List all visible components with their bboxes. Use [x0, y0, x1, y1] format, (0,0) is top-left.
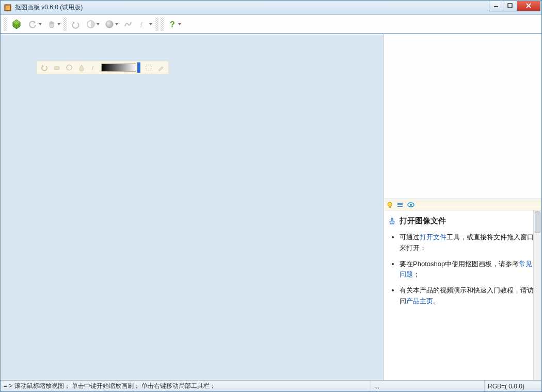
chevron-down-icon	[57, 23, 60, 25]
undo-icon	[71, 20, 80, 29]
toolbar-grip[interactable]	[4, 18, 7, 31]
gradient-handle[interactable]	[137, 62, 140, 73]
help-item: 有关本产品的视频演示和快速入门教程，请访问产品主页。	[400, 285, 536, 307]
help-button[interactable]: ?	[165, 18, 183, 31]
local-undo-button[interactable]	[39, 62, 50, 73]
toolbar-grip[interactable]	[161, 18, 164, 31]
local-fx-button[interactable]: ƒ	[88, 62, 100, 73]
svg-rect-3	[508, 4, 512, 8]
local-eraser-button[interactable]	[51, 62, 62, 73]
fx-button[interactable]: ƒ	[136, 18, 154, 31]
local-toolbar[interactable]: ƒ	[37, 61, 169, 74]
svg-text:?: ?	[170, 20, 175, 29]
local-crop-button[interactable]	[143, 62, 154, 73]
window-title: 抠图画板 v0.6.0 (试用版)	[15, 3, 489, 12]
hand-tool-button[interactable]	[44, 18, 62, 31]
fx-icon: ƒ	[139, 20, 148, 29]
maximize-button[interactable]	[503, 1, 517, 11]
chevron-down-icon	[178, 23, 181, 25]
help-item: 要在Photoshop中使用抠图画板，请参考常见问题；	[400, 259, 536, 281]
svg-marker-9	[73, 21, 75, 24]
svg-point-11	[106, 21, 113, 28]
wave-icon	[123, 20, 133, 29]
eye-icon[interactable]	[407, 201, 415, 208]
local-circle-button[interactable]	[63, 62, 75, 73]
svg-marker-14	[42, 65, 44, 68]
pointing-hand-icon	[388, 216, 397, 225]
canvas-border	[1, 34, 384, 380]
help-item: 可通过打开文件工具，或直接将文件拖入窗口来打开；	[400, 232, 536, 254]
list-icon[interactable]	[396, 201, 404, 208]
undo2-button[interactable]	[68, 18, 83, 31]
local-drop-button[interactable]	[76, 62, 87, 73]
chevron-down-icon	[97, 23, 100, 25]
help-scrollbar[interactable]	[533, 210, 541, 380]
toolbar-grip[interactable]	[155, 18, 158, 31]
main-toolbar: ƒ ?	[1, 15, 541, 34]
window-buttons	[489, 1, 540, 11]
statusbar: = > 滚动鼠标缩放视图； 单击中键开始缩放画刷； 单击右键移动局部工具栏； .…	[1, 380, 541, 391]
help-header	[384, 199, 541, 210]
gradient-strip[interactable]	[101, 63, 136, 72]
titlebar[interactable]: 抠图画板 v0.6.0 (试用版)	[1, 1, 541, 15]
svg-point-19	[388, 202, 392, 206]
svg-rect-15	[54, 67, 59, 70]
hand-icon	[47, 20, 56, 29]
undo-icon	[28, 20, 38, 29]
help-body: 打开图像文件 可通过打开文件工具，或直接将文件拖入窗口来打开； 要在Photos…	[384, 210, 541, 380]
side-panel: 打开图像文件 可通过打开文件工具，或直接将文件拖入窗口来打开； 要在Photos…	[384, 34, 541, 380]
chevron-down-icon	[149, 23, 152, 25]
workspace: ƒ 打开图像文件 可通过打开文件工具，或直接将文件拖入窗口来打开；	[1, 34, 541, 380]
svg-rect-1	[6, 6, 10, 10]
svg-point-25	[410, 204, 412, 206]
svg-rect-20	[389, 206, 391, 208]
sphere-icon	[105, 20, 114, 29]
svg-text:ƒ: ƒ	[140, 21, 143, 28]
local-brush-button[interactable]	[155, 62, 167, 73]
help-heading: 打开图像文件	[388, 215, 536, 227]
svg-rect-18	[146, 65, 151, 70]
open-file-button[interactable]	[8, 18, 25, 31]
threshold-icon	[86, 20, 95, 29]
svg-text:ƒ: ƒ	[91, 64, 94, 71]
preview-pane[interactable]	[384, 34, 541, 199]
threshold-button[interactable]	[84, 18, 101, 31]
bulb-icon[interactable]	[386, 201, 393, 208]
help-link-open-file[interactable]: 打开文件	[420, 233, 447, 241]
wave-button[interactable]	[121, 18, 135, 31]
svg-point-16	[67, 65, 72, 70]
status-rgb: RGB=( 0,0,0)	[485, 381, 541, 391]
chevron-down-icon	[39, 23, 42, 25]
toolbar-grip[interactable]	[63, 18, 67, 31]
chevron-down-icon	[115, 23, 118, 25]
help-list: 可通过打开文件工具，或直接将文件拖入窗口来打开； 要在Photoshop中使用抠…	[388, 232, 536, 307]
sphere-button[interactable]	[102, 18, 120, 31]
canvas-pane[interactable]: ƒ	[1, 34, 384, 380]
status-mid: ...	[371, 381, 485, 391]
help-icon: ?	[168, 20, 177, 29]
svg-marker-8	[34, 21, 36, 24]
help-heading-text: 打开图像文件	[400, 215, 446, 227]
status-hint: = > 滚动鼠标缩放视图； 单击中键开始缩放画刷； 单击右键移动局部工具栏；	[1, 381, 371, 391]
close-button[interactable]	[517, 1, 540, 11]
undo-button[interactable]	[26, 18, 43, 31]
minimize-button[interactable]	[489, 1, 503, 11]
help-link-homepage[interactable]: 产品主页	[406, 297, 433, 305]
app-window: 抠图画板 v0.6.0 (试用版)	[0, 0, 542, 392]
app-icon	[4, 4, 12, 12]
